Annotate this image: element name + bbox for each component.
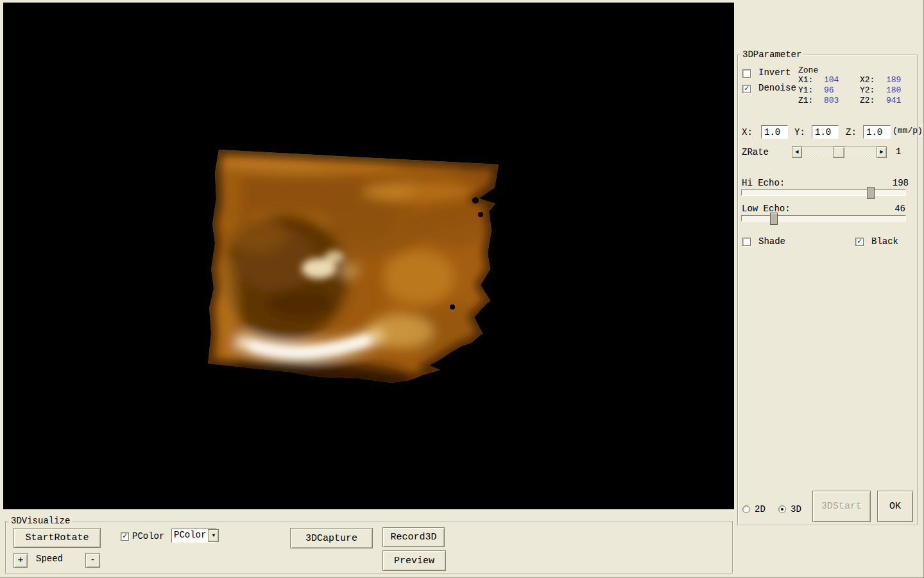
zone-y1-label: Y1: xyxy=(798,86,813,95)
low-echo-value: 46 xyxy=(870,204,905,214)
mode-3d-label: 3D xyxy=(791,505,801,514)
chevron-down-icon[interactable]: ▼ xyxy=(208,529,219,542)
mode-3d-radio[interactable] xyxy=(778,505,786,513)
zone-label: Zone xyxy=(798,66,818,75)
zone-z2-label: Z2: xyxy=(860,96,875,105)
low-echo-thumb[interactable] xyxy=(770,213,778,225)
scale-y-label: Y: xyxy=(794,128,805,137)
3dstart-button[interactable]: 3DStart xyxy=(812,491,871,522)
scale-x-input[interactable] xyxy=(761,125,788,139)
zone-y2-label: Y2: xyxy=(860,86,875,95)
pcolor-dropdown-value: PColor xyxy=(172,529,208,542)
pcolor-dropdown[interactable]: PColor ▼ xyxy=(171,529,217,543)
black-label: Black xyxy=(871,237,898,247)
black-checkbox[interactable]: ✓ xyxy=(855,238,864,246)
record3d-button[interactable]: Record3D xyxy=(382,527,445,547)
render-viewport[interactable] xyxy=(3,3,734,509)
hi-echo-label: Hi Echo: xyxy=(742,179,785,188)
scale-x-label: X: xyxy=(742,128,753,137)
zone-z2-value: 941 xyxy=(886,96,901,105)
3dcapture-button[interactable]: 3DCapture xyxy=(290,528,373,548)
denoise-checkbox[interactable]: ✓ xyxy=(742,85,751,93)
zone-x1-value: 104 xyxy=(824,76,839,85)
denoise-label: Denoise xyxy=(758,83,796,93)
zone-x2-value: 189 xyxy=(886,76,901,85)
zone-x2-label: X2: xyxy=(860,76,875,85)
zone-z1-label: Z1: xyxy=(798,96,813,105)
hi-echo-track[interactable] xyxy=(741,189,906,196)
zrate-value: 1 xyxy=(896,147,901,157)
speed-plus-button[interactable]: + xyxy=(13,553,28,568)
mode-2d-radio[interactable] xyxy=(742,505,750,513)
zrate-right-arrow[interactable]: ► xyxy=(877,146,887,158)
invert-label: Invert xyxy=(758,68,791,78)
zone-z1-value: 803 xyxy=(824,96,839,105)
preview-button[interactable]: Preview xyxy=(382,550,446,571)
pcolor-checkbox[interactable]: ✓ xyxy=(121,532,129,541)
pcolor-checkbox-label: PColor xyxy=(132,532,164,541)
scale-z-label: Z: xyxy=(846,128,857,137)
invert-checkbox[interactable] xyxy=(742,69,751,78)
low-echo-track[interactable] xyxy=(741,215,906,222)
shade-checkbox[interactable] xyxy=(742,238,751,246)
scale-unit-label: (mm/p) xyxy=(893,127,923,136)
zrate-track[interactable] xyxy=(802,146,877,158)
zrate-scrollbar: ◄ ► xyxy=(792,146,887,158)
speed-minus-button[interactable]: - xyxy=(85,553,100,568)
hi-echo-thumb[interactable] xyxy=(867,187,875,199)
speed-label: Speed xyxy=(36,554,63,564)
zrate-label: ZRate xyxy=(742,148,769,157)
hi-echo-value: 198 xyxy=(870,179,909,188)
scale-z-input[interactable] xyxy=(863,125,891,139)
zone-x1-label: X1: xyxy=(798,76,813,85)
shade-label: Shade xyxy=(758,237,785,247)
zrate-thumb[interactable] xyxy=(833,146,844,158)
ok-button[interactable]: OK xyxy=(877,491,913,522)
visualize-group-title: 3DVisualize xyxy=(9,516,72,525)
scale-y-input[interactable] xyxy=(812,125,839,139)
start-rotate-button[interactable]: StartRotate xyxy=(13,528,101,548)
parameter-group-title: 3DParameter xyxy=(740,50,803,59)
zone-y2-value: 180 xyxy=(886,86,901,95)
low-echo-label: Low Echo: xyxy=(742,204,791,214)
app-window: { "viewport": { "description": "3D ultra… xyxy=(0,0,924,578)
zrate-left-arrow[interactable]: ◄ xyxy=(792,146,802,158)
zone-y1-value: 96 xyxy=(824,86,834,95)
mode-2d-label: 2D xyxy=(755,505,766,514)
ultrasound-render xyxy=(3,3,734,509)
